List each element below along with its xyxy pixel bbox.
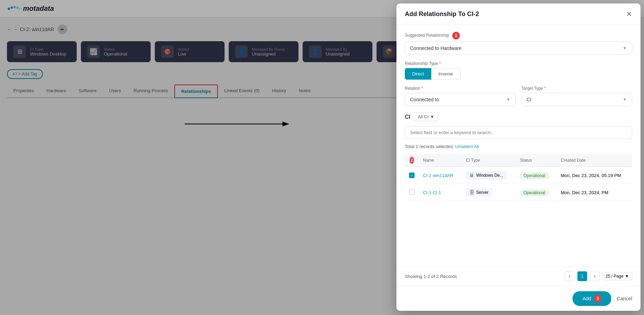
row1-status-cell: Operational: [516, 167, 556, 184]
row1-ci-type-badge: 🖥 Windows De...: [466, 171, 507, 180]
all-ci-dropdown[interactable]: All CI ▼: [414, 112, 438, 121]
row1-checkbox[interactable]: ✓: [409, 173, 415, 178]
row2-checkbox[interactable]: [409, 189, 415, 195]
row2-ci-type-icon: 🗄: [469, 190, 474, 195]
suggested-relationship-value: Connected to Hardware: [410, 45, 462, 51]
suggested-relationship-label: Suggested Relationship 1: [405, 32, 632, 39]
step-1-badge: 1: [452, 32, 460, 39]
row1-ci-type-cell: 🖥 Windows De...: [462, 167, 516, 184]
row2-status-cell: Operational: [516, 184, 556, 201]
row2-status-badge: Operational: [520, 189, 548, 196]
modal-title: Add Relationship To CI-2: [405, 10, 479, 18]
suggested-relationship-field: Suggested Relationship 1 Connected to Ha…: [405, 32, 632, 55]
records-count: Total 1 records selected.: [405, 144, 454, 149]
target-type-value: CI: [526, 97, 531, 102]
table-header-ci-type: CI Type: [462, 154, 516, 167]
showing-records-text: Showing 1-2 of 2 Records: [405, 274, 457, 279]
records-info: Total 1 records selected. Unselect All: [405, 144, 632, 149]
table-row: ✓ CI-2 win11dAR 🖥 Windows De... Operatio…: [405, 167, 632, 184]
ci-section-label: CI: [405, 114, 410, 120]
row2-ci-link[interactable]: CI-1 CI 1: [423, 190, 441, 195]
row1-name-cell: CI-2 win11dAR: [419, 167, 462, 184]
suggested-relationship-select[interactable]: Connected to Hardware ▼: [405, 42, 632, 55]
row2-checkbox-cell: [405, 184, 419, 201]
relationship-type-field: Relationship Type * Direct Inverse: [405, 61, 632, 80]
relation-target-row: Relation * Connected to ▼ Target Type * …: [405, 86, 632, 112]
inverse-button[interactable]: Inverse: [431, 68, 461, 80]
relation-label: Relation *: [405, 86, 516, 91]
row2-ci-type-value: Server: [476, 190, 488, 195]
cancel-button[interactable]: Cancel: [617, 296, 632, 301]
add-relationship-modal: Add Relationship To CI-2 ✕ Suggested Rel…: [396, 3, 641, 311]
relation-chevron-icon: ▼: [506, 97, 510, 102]
table-header-checkbox: 2: [405, 154, 419, 167]
per-page-selector[interactable]: 25 / Page ▼: [603, 272, 632, 280]
row1-status-badge: Operational: [520, 172, 548, 179]
row1-created-date: Mon, Dec 23, 2024, 05:19 PM: [556, 167, 632, 184]
add-button[interactable]: Add 3: [573, 291, 611, 306]
prev-page-button[interactable]: ‹: [565, 271, 575, 281]
table-header-created-date: Created Date: [556, 154, 632, 167]
ci-table: 2 Name CI Type Status Created Date ✓ CI-…: [405, 154, 632, 201]
table-row: CI-1 CI 1 🗄 Server Operational Mon, Dec …: [405, 184, 632, 201]
row2-ci-type-cell: 🗄 Server: [462, 184, 516, 201]
row1-ci-type-value: Windows De...: [476, 173, 503, 178]
row1-ci-type-icon: 🖥: [469, 173, 474, 178]
direct-button[interactable]: Direct: [405, 68, 431, 80]
modal-close-button[interactable]: ✕: [626, 10, 632, 18]
row2-created-date: Mon, Dec 23, 2024, PM: [556, 184, 632, 201]
row1-ci-link[interactable]: CI-2 win11dAR: [423, 173, 453, 178]
current-page: 1: [577, 271, 587, 281]
row2-name-cell: CI-1 CI 1: [419, 184, 462, 201]
modal-header: Add Relationship To CI-2 ✕: [396, 3, 641, 25]
target-type-label: Target Type *: [521, 86, 632, 91]
modal-footer: Add 3 Cancel: [396, 286, 641, 311]
page-controls: ‹ 1 › 25 / Page ▼: [565, 271, 632, 281]
relation-value: Connected to: [410, 97, 439, 102]
per-page-label: 25 / Page: [606, 274, 623, 279]
relation-select[interactable]: Connected to ▼: [405, 93, 516, 106]
relationship-type-buttons: Direct Inverse: [405, 68, 632, 80]
add-label: Add: [582, 296, 591, 301]
relation-field: Relation * Connected to ▼: [405, 86, 516, 106]
select-all-checkbox[interactable]: 2: [409, 158, 415, 163]
all-ci-chevron-icon: ▼: [430, 114, 434, 119]
table-header-name: Name: [419, 154, 462, 167]
unselect-all-link[interactable]: Unselect All: [455, 144, 479, 149]
ci-search-input[interactable]: [405, 126, 632, 139]
ci-section-header: CI All CI ▼: [405, 112, 632, 121]
step-2-badge: 2: [410, 157, 414, 164]
row1-checkbox-cell: ✓: [405, 167, 419, 184]
target-type-field: Target Type * CI ▼: [521, 86, 632, 106]
table-header-status: Status: [516, 154, 556, 167]
chevron-down-icon: ▼: [623, 46, 627, 51]
next-page-button[interactable]: ›: [590, 271, 600, 281]
target-chevron-icon: ▼: [623, 97, 627, 102]
relationship-type-label: Relationship Type *: [405, 61, 632, 66]
target-type-select[interactable]: CI ▼: [521, 93, 632, 106]
pagination-bar: Showing 1-2 of 2 Records ‹ 1 › 25 / Page…: [396, 266, 641, 286]
per-page-chevron-icon: ▼: [625, 274, 629, 279]
row2-ci-type-badge: 🗄 Server: [466, 188, 492, 197]
modal-body: Suggested Relationship 1 Connected to Ha…: [396, 25, 641, 266]
step-3-badge: 3: [594, 295, 601, 302]
all-ci-label: All CI: [418, 114, 429, 119]
